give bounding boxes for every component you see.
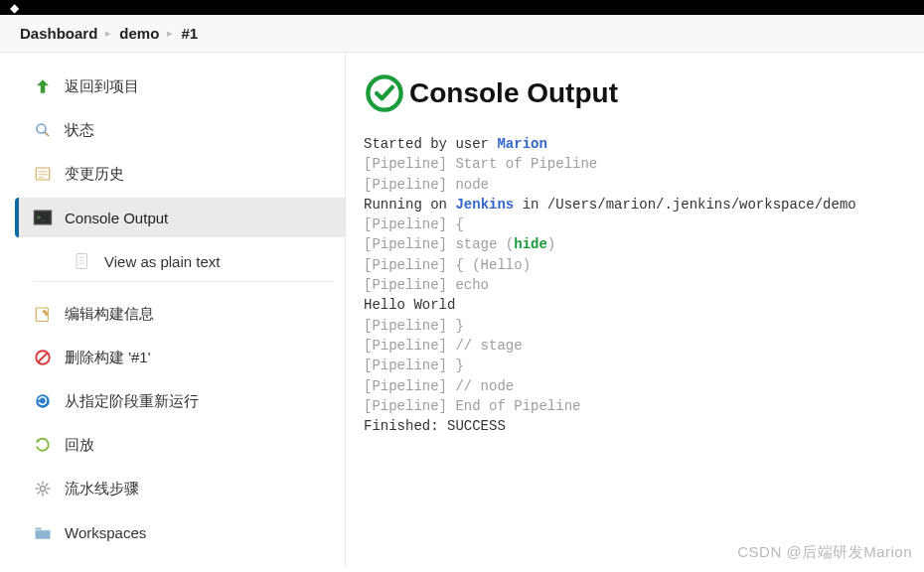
breadcrumb: Dashboard ▸ demo ▸ #1 [0, 15, 924, 53]
brand-icon: ◆ [10, 1, 19, 15]
topbar: ◆ [0, 0, 924, 15]
history-icon [33, 164, 53, 184]
svg-line-15 [39, 354, 48, 362]
console-line: Running on Jenkins in /Users/marion/.jen… [364, 195, 906, 214]
svg-point-17 [40, 486, 45, 491]
sidebar-item-label: 编辑构建信息 [65, 305, 154, 324]
console-line: [Pipeline] } [364, 356, 906, 375]
sidebar-item-label: View as plain text [104, 253, 220, 270]
sidebar-item-label: 返回到项目 [65, 77, 139, 96]
chevron-right-icon: ▸ [105, 27, 111, 40]
sidebar-item-console[interactable]: >_ Console Output [15, 198, 345, 237]
console-line: Hello World [364, 295, 906, 315]
hide-link[interactable]: hide [514, 236, 547, 252]
watermark: CSDN @后端研发Marion [737, 543, 912, 562]
svg-rect-9 [77, 254, 87, 269]
console-line: [Pipeline] // node [364, 376, 906, 396]
edit-icon [33, 304, 53, 324]
console-line: [Pipeline] { [364, 214, 906, 234]
sidebar-item-status[interactable]: 状态 [15, 110, 345, 150]
up-arrow-icon [33, 76, 53, 96]
sidebar-item-label: 删除构建 '#1' [65, 349, 151, 367]
document-icon [73, 251, 92, 271]
sidebar-item-label: 从指定阶段重新运行 [65, 392, 199, 411]
success-status-icon [364, 72, 405, 114]
console-link[interactable]: Marion [497, 136, 546, 152]
console-line: [Pipeline] End of Pipeline [364, 396, 906, 416]
sidebar-item-steps[interactable]: 流水线步骤 [15, 469, 345, 508]
replay-icon [33, 435, 53, 455]
svg-point-0 [37, 124, 46, 133]
delete-icon [33, 348, 53, 367]
console-line: [Pipeline] // stage [364, 336, 906, 356]
sidebar-item-label: Workspaces [65, 524, 146, 541]
main-content: Console Output Started by user Marion[Pi… [346, 53, 924, 568]
console-line: [Pipeline] echo [364, 275, 906, 295]
console-link[interactable]: Jenkins [455, 197, 514, 213]
svg-line-1 [45, 132, 49, 136]
sidebar-item-changes[interactable]: 变更历史 [15, 154, 345, 194]
console-line: [Pipeline] { (Hello) [364, 255, 906, 275]
chevron-right-icon: ▸ [167, 27, 173, 40]
console-output: Started by user Marion[Pipeline] Start o… [364, 134, 906, 436]
svg-line-24 [38, 492, 40, 494]
sidebar-item-label: 回放 [65, 436, 94, 455]
layout: 返回到项目 状态 变更历史 >_ Console Output View as … [0, 53, 924, 568]
sidebar: 返回到项目 状态 变更历史 >_ Console Output View as … [12, 53, 346, 568]
console-line: [Pipeline] stage (hide) [364, 234, 906, 254]
breadcrumb-build[interactable]: #1 [181, 25, 198, 42]
sidebar-item-plaintext[interactable]: View as plain text [33, 241, 335, 282]
svg-line-23 [46, 492, 48, 494]
sidebar-item-label: 状态 [65, 121, 94, 140]
sidebar-item-label: Console Output [65, 210, 168, 226]
sidebar-item-editbuild[interactable]: 编辑构建信息 [15, 294, 345, 334]
folder-icon [33, 522, 53, 542]
svg-rect-2 [36, 168, 50, 180]
svg-line-25 [46, 484, 48, 486]
breadcrumb-dashboard[interactable]: Dashboard [20, 25, 97, 42]
page-title: Console Output [409, 77, 618, 109]
sidebar-item-label: 变更历史 [65, 165, 124, 184]
svg-line-22 [38, 484, 40, 486]
console-line: Finished: SUCCESS [364, 416, 906, 436]
console-line: [Pipeline] } [364, 316, 906, 336]
console-line: [Pipeline] node [364, 175, 906, 195]
sidebar-item-back[interactable]: 返回到项目 [15, 67, 345, 106]
sidebar-item-delete[interactable]: 删除构建 '#1' [15, 338, 345, 377]
sidebar-item-restart[interactable]: 从指定阶段重新运行 [15, 381, 345, 421]
console-line: Started by user Marion [364, 134, 906, 154]
search-icon [33, 120, 53, 140]
sidebar-item-label: 流水线步骤 [65, 480, 139, 499]
breadcrumb-project[interactable]: demo [119, 25, 159, 42]
page-header: Console Output [364, 72, 906, 114]
restart-icon [33, 391, 53, 411]
gear-icon [33, 479, 53, 499]
console-line: [Pipeline] Start of Pipeline [364, 154, 906, 174]
sidebar-item-replay[interactable]: 回放 [15, 425, 345, 465]
svg-text:>_: >_ [37, 214, 45, 221]
terminal-icon: >_ [33, 208, 53, 227]
sidebar-item-workspaces[interactable]: Workspaces [15, 512, 345, 552]
